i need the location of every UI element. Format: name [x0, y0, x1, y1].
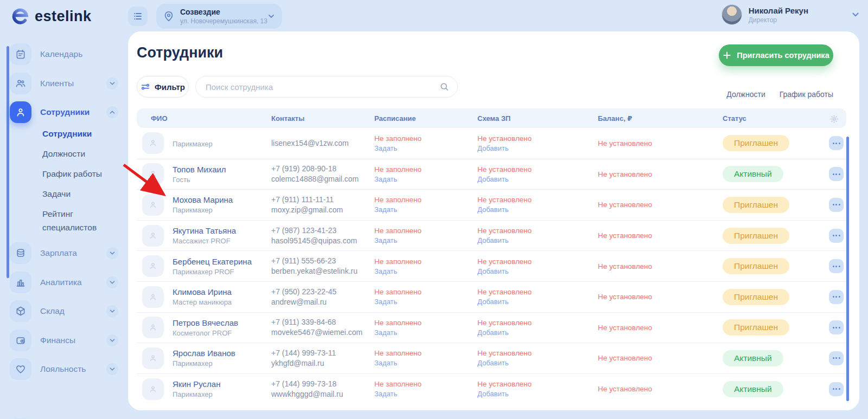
status-badge: Активный: [723, 381, 783, 397]
row-menu-button[interactable]: [829, 320, 844, 334]
sidebar-item-loyalty[interactable]: Лояльность: [10, 358, 118, 380]
sidebar-item-analytics[interactable]: Аналитика: [10, 272, 118, 293]
set-schedule-link[interactable]: Задать: [374, 267, 422, 275]
scheme-empty-label: Не установлено: [477, 319, 532, 327]
add-scheme-link[interactable]: Добавить: [477, 205, 532, 214]
col-header-salary-scheme: Схема ЗП: [477, 114, 510, 123]
sidebar-item-finance[interactable]: Финансы: [10, 330, 118, 351]
user-name: Николай Рекун: [749, 6, 808, 15]
schedule-empty-label: Не заполнено: [374, 257, 422, 266]
filter-button-label: Фильтр: [155, 82, 185, 92]
avatar-placeholder-icon: [142, 347, 164, 369]
branch-list-button[interactable]: [128, 7, 148, 26]
set-schedule-link[interactable]: Задать: [374, 328, 422, 337]
employee-name[interactable]: Петров Вячеслав: [173, 318, 238, 327]
add-scheme-link[interactable]: Добавить: [477, 359, 532, 367]
table-row: Якутина ТатьянаМассажист PROF +7 (987) 1…: [137, 220, 846, 251]
row-menu-button[interactable]: [829, 136, 844, 150]
warehouse-icon: [10, 300, 31, 322]
row-menu-button[interactable]: [829, 351, 844, 365]
sidebar-subitem-positions[interactable]: Должности: [42, 147, 124, 160]
employee-name[interactable]: Якин Руслан: [173, 379, 220, 389]
avatar-placeholder-icon: [142, 255, 164, 277]
sidebar-item-calendar[interactable]: Календарь: [10, 43, 118, 65]
filter-button[interactable]: Фильтр: [137, 76, 189, 98]
quick-links: Должности График работы: [726, 90, 833, 99]
employee-name[interactable]: Ярослав Иванов: [173, 349, 235, 358]
sidebar-label: Сотрудники: [40, 107, 90, 117]
sidebar-label: Финансы: [40, 336, 75, 345]
link-positions[interactable]: Должности: [726, 90, 765, 99]
user-role: Директор: [749, 16, 808, 24]
employee-name[interactable]: Климова Ирина: [173, 287, 232, 296]
balance-empty-label: Не установлено: [598, 293, 652, 301]
set-schedule-link[interactable]: Задать: [374, 298, 422, 306]
set-schedule-link[interactable]: Задать: [374, 205, 422, 214]
sidebar-label: Зарплата: [40, 248, 77, 258]
sidebar-item-warehouse[interactable]: Склад: [10, 300, 118, 322]
table-scrollbar[interactable]: [846, 137, 849, 401]
table-settings-gear-icon[interactable]: [829, 114, 839, 124]
filter-sliders-icon: [141, 82, 150, 92]
add-scheme-link[interactable]: Добавить: [477, 390, 532, 398]
row-menu-button[interactable]: [829, 229, 844, 243]
employee-name[interactable]: Якутина Татьяна: [173, 226, 236, 235]
balance-empty-label: Не установлено: [598, 170, 652, 178]
main-content-card: Сотрудники Пригласить сотрудника Фильтр: [128, 31, 859, 410]
sidebar-item-salary[interactable]: Зарплата: [10, 242, 118, 264]
sidebar-subitem-tasks[interactable]: Задачи: [42, 187, 124, 201]
add-scheme-link[interactable]: Добавить: [477, 298, 532, 306]
location-texts: Созвездие ул. Новочеремушкинская, 13: [180, 8, 261, 25]
row-menu-button[interactable]: [829, 167, 844, 181]
sidebar-label: Аналитика: [40, 278, 82, 287]
employee-name[interactable]: Мохова Марина: [173, 195, 233, 204]
employee-name[interactable]: Бербенец Екатерина: [173, 257, 252, 266]
chevron-down-icon: [106, 305, 118, 317]
user-menu[interactable]: Николай Рекун Директор: [722, 4, 860, 25]
sidebar-item-clients[interactable]: Клиенты: [10, 73, 118, 94]
search-input[interactable]: [195, 76, 458, 98]
status-badge: Приглашен: [723, 258, 789, 274]
sidebar-label: Календарь: [40, 49, 82, 59]
row-menu-button[interactable]: [829, 259, 844, 273]
link-work-schedule[interactable]: График работы: [780, 90, 833, 99]
row-menu-button[interactable]: [829, 198, 844, 212]
balance-empty-label: Не установлено: [598, 324, 652, 332]
sidebar-subitem-schedule[interactable]: График работы: [42, 167, 124, 181]
sidebar-scrollbar[interactable]: [7, 46, 9, 278]
add-scheme-link[interactable]: Добавить: [477, 144, 532, 152]
add-scheme-link[interactable]: Добавить: [477, 267, 532, 275]
employee-role: Парикмахер PROF: [173, 268, 252, 276]
add-scheme-link[interactable]: Добавить: [477, 175, 532, 183]
status-badge: Приглашен: [723, 135, 789, 151]
employee-email: hasol95145@quipas.com: [271, 236, 357, 246]
employee-role: Парикмахер: [173, 359, 235, 368]
employee-email: berben.yekat@estelink.ru: [271, 266, 358, 276]
sidebar-item-employees[interactable]: Сотрудники: [10, 101, 118, 123]
avatar-placeholder-icon: [142, 286, 164, 308]
col-header-schedule: Расписание: [374, 114, 416, 123]
app-root: estelink Созвездие ул: [0, 0, 868, 419]
add-scheme-link[interactable]: Добавить: [477, 328, 532, 337]
search-icon: [439, 82, 449, 92]
set-schedule-link[interactable]: Задать: [374, 144, 422, 152]
row-menu-button[interactable]: [829, 382, 844, 396]
employees-icon: [10, 101, 31, 123]
set-schedule-link[interactable]: Задать: [374, 359, 422, 367]
set-schedule-link[interactable]: Задать: [374, 175, 422, 183]
location-selector[interactable]: Созвездие ул. Новочеремушкинская, 13: [156, 4, 282, 29]
row-menu-button[interactable]: [829, 290, 844, 304]
sidebar-subitem-employees[interactable]: Сотрудники: [42, 127, 124, 140]
page-title: Сотрудники: [137, 44, 223, 61]
schedule-empty-label: Не заполнено: [374, 349, 422, 357]
set-schedule-link[interactable]: Задать: [374, 390, 422, 398]
set-schedule-link[interactable]: Задать: [374, 236, 422, 244]
avatar-placeholder-icon: [142, 378, 164, 400]
add-scheme-link[interactable]: Добавить: [477, 236, 532, 244]
schedule-empty-label: Не заполнено: [374, 196, 422, 204]
sidebar-subitem-rating[interactable]: Рейтинг специалистов: [42, 207, 124, 234]
invite-employee-button[interactable]: Пригласить сотрудника: [719, 44, 833, 66]
scheme-empty-label: Не установлено: [477, 380, 532, 388]
chevron-down-icon: [106, 334, 118, 346]
employee-name[interactable]: Топов Михаил: [173, 165, 226, 174]
